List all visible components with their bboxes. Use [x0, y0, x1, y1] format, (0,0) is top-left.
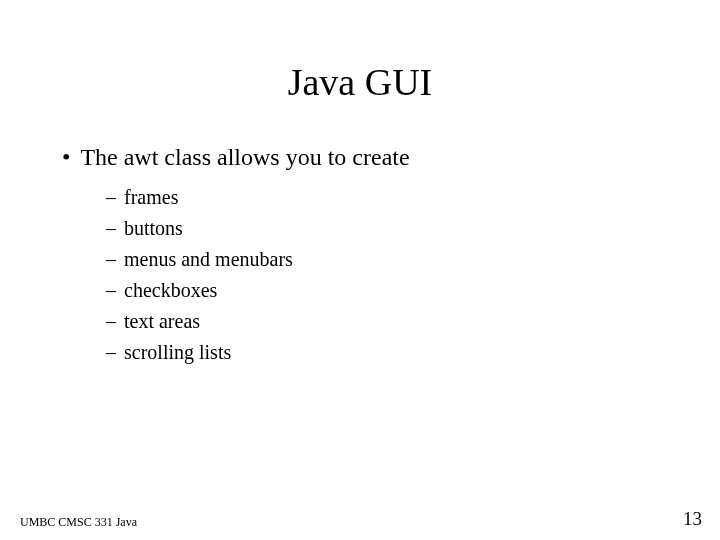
sub-text: checkboxes [124, 277, 217, 303]
slide-container: Java GUI • The awt class allows you to c… [0, 0, 720, 540]
sub-item: – menus and menubars [106, 246, 660, 272]
sub-text: buttons [124, 215, 183, 241]
sub-marker: – [106, 215, 116, 241]
bullet-item: • The awt class allows you to create [62, 142, 660, 172]
footer-course: UMBC CMSC 331 Java [20, 515, 137, 530]
sub-item: – checkboxes [106, 277, 660, 303]
sub-item: – frames [106, 184, 660, 210]
sub-item: – buttons [106, 215, 660, 241]
sub-text: text areas [124, 308, 200, 334]
sub-text: menus and menubars [124, 246, 293, 272]
sub-marker: – [106, 308, 116, 334]
sub-text: scrolling lists [124, 339, 231, 365]
slide-content: • The awt class allows you to create – f… [60, 142, 660, 510]
sub-text: frames [124, 184, 178, 210]
sub-item: – text areas [106, 308, 660, 334]
sub-marker: – [106, 277, 116, 303]
sub-marker: – [106, 246, 116, 272]
slide-title: Java GUI [60, 60, 660, 104]
sub-marker: – [106, 184, 116, 210]
sub-list: – frames – buttons – menus and menubars … [106, 184, 660, 365]
page-number: 13 [683, 508, 702, 530]
bullet-text: The awt class allows you to create [80, 142, 409, 172]
bullet-marker: • [62, 142, 70, 172]
sub-item: – scrolling lists [106, 339, 660, 365]
slide-footer: UMBC CMSC 331 Java 13 [20, 508, 702, 530]
sub-marker: – [106, 339, 116, 365]
